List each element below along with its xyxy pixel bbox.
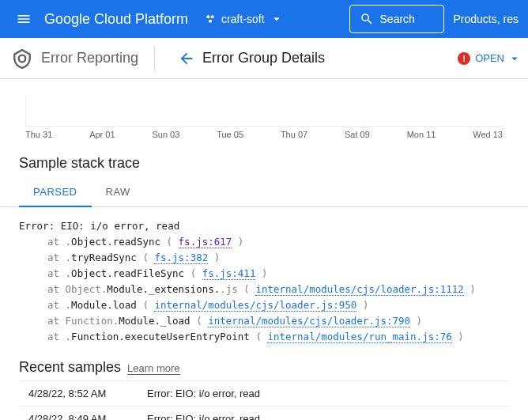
sample-timestamp: 4/28/22, 8:49 AM (28, 413, 147, 420)
divider (154, 46, 155, 71)
source-link[interactable]: fs.js:382 (154, 252, 208, 264)
project-icon (204, 13, 217, 25)
source-link[interactable]: internal/modules/cjs/loader.js:950 (154, 299, 356, 312)
arrow-left-icon (178, 50, 195, 67)
chevron-down-icon (507, 51, 522, 66)
project-selector[interactable]: craft-soft (204, 12, 283, 26)
chart-tick: Mon 11 (407, 130, 436, 139)
top-nav-bar: Google Cloud Platform craft-soft Search … (0, 0, 528, 38)
stack-frame: at Function.Module._load ( internal/modu… (19, 313, 509, 329)
status-dropdown[interactable]: ! OPEN (458, 51, 522, 66)
chart-tick: Sat 09 (345, 130, 370, 139)
source-link[interactable]: fs.js:411 (202, 267, 256, 280)
source-link[interactable]: fs.js:617 (179, 236, 232, 248)
stack-frame: at .Object.readSync ( fs.js:617 ) (19, 234, 509, 250)
search-box[interactable]: Search (349, 5, 444, 33)
stack-frame: at .tryReadSync ( fs.js:382 ) (19, 250, 509, 266)
status-label: OPEN (475, 52, 504, 64)
recent-samples-header: Recent samples Learn more (0, 356, 528, 380)
sub-nav-bar: Error Reporting Error Group Details ! OP… (0, 38, 528, 79)
learn-more-link[interactable]: Learn more (127, 362, 179, 375)
chart-tick: Thu 31 (25, 130, 52, 139)
chart-tick: Tue 05 (217, 130, 243, 139)
error-status-icon: ! (458, 52, 470, 65)
search-icon (360, 12, 374, 26)
sample-message: Error: EIO: i/o error, read (147, 388, 260, 399)
source-link[interactable]: internal/modules/cjs/loader.js:1112 (255, 283, 463, 296)
chart-tick: Apr 01 (89, 130, 115, 139)
chevron-down-icon (270, 12, 284, 26)
svg-point-3 (19, 55, 26, 62)
hamburger-menu-button[interactable] (9, 5, 38, 33)
svg-point-0 (206, 15, 209, 18)
chart-tick: Thu 07 (281, 130, 307, 139)
error-reporting-icon (6, 48, 38, 69)
stack-frame: at .Object.readFileSync ( fs.js:411 ) (19, 266, 509, 282)
chart-tick: Wed 13 (473, 130, 503, 139)
menu-icon (16, 11, 32, 27)
occurrences-chart: Thu 31Apr 01Sun 03Tue 05Thu 07Sat 09Mon … (0, 79, 528, 142)
stack-trace: Error: EIO: i/o error, read at .Object.r… (0, 207, 528, 356)
stack-trace-tabs: PARSED RAW (0, 178, 528, 207)
svg-point-2 (209, 20, 212, 23)
svg-point-1 (211, 15, 214, 18)
back-button[interactable] (171, 50, 202, 67)
stack-frame: at Object.Module._extensions..js ( inter… (19, 282, 509, 297)
sample-row[interactable]: 4/28/22, 8:49 AMError: EIO: i/o error, r… (19, 406, 509, 420)
page-title: Error Group Details (202, 50, 325, 66)
error-message: Error: EIO: i/o error, read (19, 218, 509, 234)
stack-trace-heading: Sample stack trace (0, 142, 528, 178)
project-name: craft-soft (221, 13, 264, 25)
tab-raw[interactable]: RAW (92, 178, 145, 206)
stack-frame: at .Function.executeUserEntryPoint ( int… (19, 329, 509, 345)
product-name[interactable]: Error Reporting (41, 50, 138, 66)
chart-plot-area (25, 95, 503, 127)
chart-x-axis: Thu 31Apr 01Sun 03Tue 05Thu 07Sat 09Mon … (19, 127, 509, 139)
chart-tick: Sun 03 (152, 130, 179, 139)
source-link[interactable]: internal/modules/cjs/loader.js:790 (208, 315, 410, 327)
recent-samples-list: 4/28/22, 8:52 AMError: EIO: i/o error, r… (0, 380, 528, 420)
products-link[interactable]: Products, res (454, 13, 519, 25)
recent-samples-heading: Recent samples (19, 359, 121, 376)
stack-frame: at .Module.load ( internal/modules/cjs/l… (19, 297, 509, 313)
gcp-logo[interactable]: Google Cloud Platform (44, 11, 188, 28)
source-link[interactable]: internal/modules/run_main.js:76 (267, 331, 451, 343)
sample-row[interactable]: 4/28/22, 8:52 AMError: EIO: i/o error, r… (19, 380, 509, 406)
tab-parsed[interactable]: PARSED (19, 178, 92, 207)
search-label: Search (380, 13, 415, 25)
sample-message: Error: EIO: i/o error, read (147, 413, 260, 420)
sample-timestamp: 4/28/22, 8:52 AM (28, 388, 147, 399)
